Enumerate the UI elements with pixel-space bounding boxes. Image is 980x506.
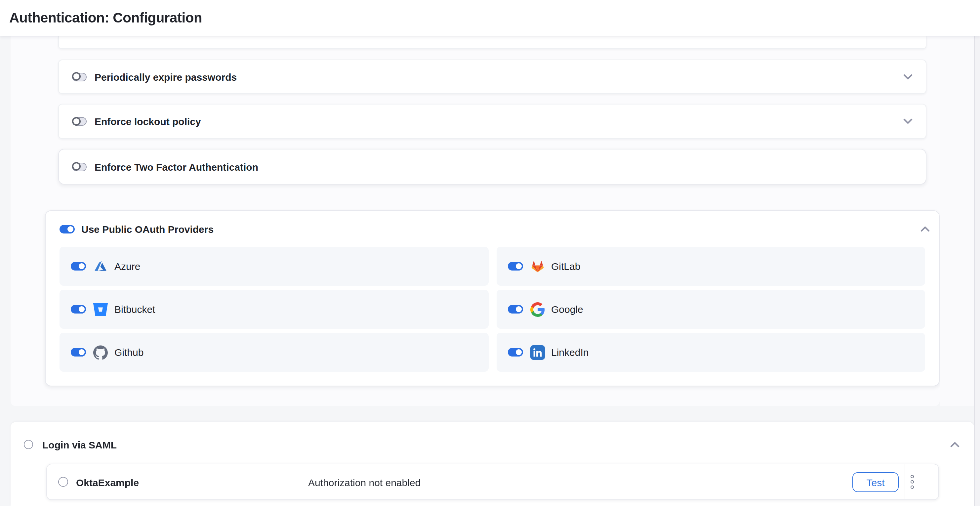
gitlab-icon <box>530 259 544 274</box>
scrollbar-track[interactable] <box>974 37 980 506</box>
policy-row-label: Enforce lockout policy <box>95 116 201 127</box>
saml-section-header: Login via SAML <box>24 433 959 457</box>
google-icon <box>530 302 544 317</box>
kebab-menu-icon[interactable] <box>910 464 914 500</box>
provider-name: Github <box>115 347 143 358</box>
chevron-up-icon[interactable] <box>950 441 959 447</box>
toggle-knob <box>72 117 81 125</box>
toggle-knob <box>72 162 81 171</box>
chevron-down-icon[interactable] <box>903 118 913 124</box>
provider-name: Azure <box>115 261 140 272</box>
provider-name: LinkedIn <box>551 347 589 358</box>
gitlab-toggle[interactable] <box>508 262 522 271</box>
provider-row-linkedin: LinkedIn <box>496 333 925 372</box>
clipped-row <box>58 37 926 49</box>
toggle-knob <box>77 305 86 313</box>
test-button[interactable]: Test <box>853 472 899 492</box>
oauth-card-title: Use Public OAuth Providers <box>81 223 213 234</box>
policy-row-label: Enforce Two Factor Authentication <box>95 161 258 172</box>
okta-example-radio[interactable] <box>58 477 68 487</box>
provider-name: Bitbucket <box>115 304 155 315</box>
google-toggle[interactable] <box>508 305 522 313</box>
authentication-configuration-page: Authentication: Configuration Periodical… <box>0 0 980 506</box>
linkedin-icon <box>530 345 544 360</box>
oauth-providers-toggle[interactable] <box>59 224 74 233</box>
github-icon <box>93 345 108 360</box>
toggle-knob <box>66 224 75 233</box>
toggle-knob <box>77 262 86 271</box>
azure-icon <box>93 259 108 274</box>
saml-section-title: Login via SAML <box>42 439 117 450</box>
policy-row-expire-passwords: Periodically expire passwords <box>58 59 926 94</box>
content-right-band <box>940 37 974 406</box>
provider-row-gitlab: GitLab <box>496 247 925 286</box>
toggle-knob <box>514 262 523 271</box>
saml-entry-status: Authorization not enabled <box>308 464 420 501</box>
provider-name: Google <box>551 304 583 315</box>
oauth-provider-grid: Azure Bitbucket Github <box>59 247 925 372</box>
policy-row-label: Periodically expire passwords <box>95 71 237 82</box>
provider-row-google: Google <box>496 290 925 329</box>
provider-row-azure: Azure <box>59 247 488 286</box>
saml-radio[interactable] <box>24 440 33 449</box>
policy-row-lockout-policy: Enforce lockout policy <box>58 104 926 139</box>
saml-entry-row: OktaExample Authorization not enabled Te… <box>46 464 939 500</box>
linkedin-toggle[interactable] <box>508 348 522 356</box>
oauth-providers-card: Use Public OAuth Providers Azure <box>45 210 940 386</box>
toggle-knob <box>72 72 81 81</box>
saml-entry-name: OktaExample <box>76 464 139 501</box>
page-header: Authentication: Configuration <box>0 0 980 37</box>
policy-row-two-factor: Enforce Two Factor Authentication <box>58 149 926 185</box>
bitbucket-icon <box>93 302 108 317</box>
bitbucket-toggle[interactable] <box>71 305 85 313</box>
saml-section: Login via SAML OktaExample Authorization… <box>11 422 974 506</box>
toggle-knob <box>77 348 86 356</box>
chevron-down-icon[interactable] <box>903 74 913 80</box>
chevron-up-icon[interactable] <box>921 226 930 232</box>
toggle-knob <box>514 348 523 356</box>
two-factor-toggle[interactable] <box>72 162 87 171</box>
provider-row-github: Github <box>59 333 488 372</box>
toggle-knob <box>514 305 523 313</box>
azure-toggle[interactable] <box>71 262 85 271</box>
lockout-policy-toggle[interactable] <box>72 117 87 126</box>
provider-name: GitLab <box>551 261 580 272</box>
password-settings-panel: Periodically expire passwords Enforce lo… <box>11 37 940 406</box>
divider <box>905 464 905 500</box>
expire-passwords-toggle[interactable] <box>72 72 87 81</box>
github-toggle[interactable] <box>71 348 85 356</box>
oauth-card-header: Use Public OAuth Providers <box>59 211 930 247</box>
provider-row-bitbucket: Bitbucket <box>59 290 488 329</box>
page-title: Authentication: Configuration <box>9 10 202 26</box>
